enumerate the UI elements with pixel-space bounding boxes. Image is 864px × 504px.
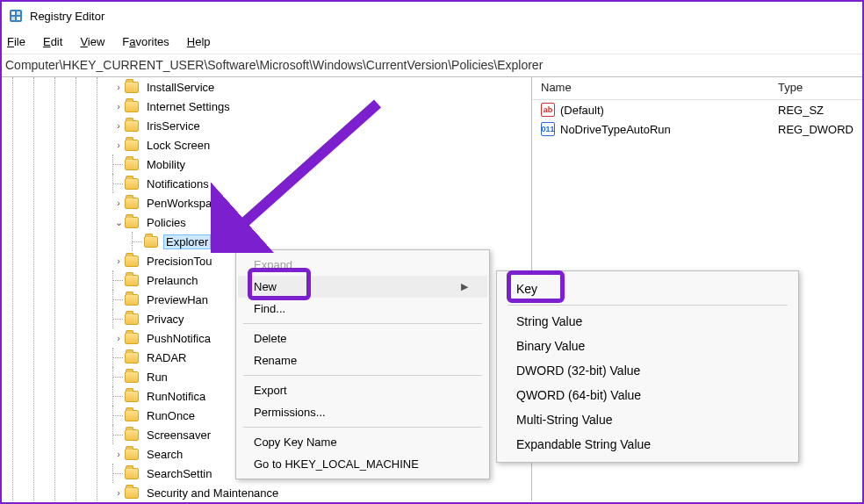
- chevron-down-icon[interactable]: ⌄: [112, 217, 125, 228]
- menu-edit[interactable]: Edit: [41, 33, 64, 50]
- submenu-string-value[interactable]: String Value: [499, 309, 796, 334]
- tree-item-label: Privacy: [144, 312, 187, 327]
- list-row[interactable]: ab(Default)REG_SZ: [532, 100, 862, 119]
- folder-icon: [125, 101, 139, 112]
- tree-connector: [112, 367, 125, 386]
- menu-separator: [243, 375, 482, 376]
- tree-item-policies[interactable]: ⌄Policies: [112, 212, 531, 232]
- list-row[interactable]: 011NoDriveTypeAutoRunREG_DWORD: [532, 119, 862, 139]
- submenu-binary-value[interactable]: Binary Value: [499, 334, 796, 358]
- menu-rename[interactable]: Rename: [238, 349, 487, 371]
- folder-icon: [125, 487, 139, 499]
- address-bar[interactable]: Computer\HKEY_CURRENT_USER\Software\Micr…: [2, 54, 862, 77]
- folder-icon: [125, 333, 139, 344]
- menu-help[interactable]: Help: [185, 33, 212, 50]
- tree-item-installservice[interactable]: ›InstallService: [112, 77, 531, 97]
- tree-item-irisservice[interactable]: ›IrisService: [112, 116, 531, 135]
- folder-icon: [125, 256, 139, 267]
- menu-file[interactable]: File: [5, 33, 27, 50]
- window-title: Registry Editor: [30, 10, 104, 23]
- submenu-qword-64-bit-value[interactable]: QWORD (64-bit) Value: [499, 383, 796, 407]
- menu-delete[interactable]: Delete: [238, 328, 487, 349]
- tree-connector: [132, 232, 144, 251]
- folder-icon: [144, 236, 158, 248]
- new-submenu[interactable]: KeyString ValueBinary ValueDWORD (32-bit…: [496, 270, 799, 463]
- tree-item-explorer[interactable]: Explorer: [112, 232, 531, 251]
- svg-rect-1: [11, 11, 15, 15]
- folder-icon: [125, 120, 139, 132]
- context-menu[interactable]: ExpandNew▶Find...DeleteRenameExportPermi…: [235, 249, 490, 479]
- folder-icon: [125, 449, 139, 460]
- tree-item-label: Internet Settings: [144, 99, 233, 114]
- svg-rect-3: [11, 17, 15, 20]
- menu-expand: Expand: [238, 254, 487, 276]
- menu-permissions[interactable]: Permissions...: [238, 401, 487, 423]
- tree-item-mobility[interactable]: Mobility: [112, 155, 531, 174]
- tree-connector: [112, 270, 125, 290]
- submenu-expandable-string-value[interactable]: Expandable String Value: [499, 432, 796, 457]
- folder-icon: [125, 410, 139, 421]
- tree-item-notifications[interactable]: Notifications: [112, 174, 531, 193]
- menu-separator: [243, 427, 482, 428]
- chevron-right-icon[interactable]: ›: [112, 120, 125, 131]
- menu-go-to-hkey-local-machine[interactable]: Go to HKEY_LOCAL_MACHINE: [238, 453, 487, 475]
- chevron-right-icon[interactable]: ›: [112, 487, 125, 498]
- folder-icon: [125, 198, 139, 209]
- list-header: Name Type: [532, 77, 862, 100]
- chevron-right-icon[interactable]: ›: [112, 256, 125, 266]
- menu-export[interactable]: Export: [238, 379, 487, 401]
- menu-copy-key-name[interactable]: Copy Key Name: [238, 431, 487, 453]
- menu-separator: [508, 305, 788, 306]
- tree-item-label: Screensaver: [144, 428, 213, 443]
- tree-connector: [112, 290, 125, 309]
- folder-icon: [125, 159, 139, 170]
- tree-item-label: Prelaunch: [144, 273, 201, 288]
- folder-icon: [125, 468, 139, 479]
- chevron-right-icon[interactable]: ›: [112, 198, 125, 208]
- folder-icon: [125, 217, 139, 228]
- tree-item-label: InstallService: [144, 80, 217, 95]
- tree-item-label: Run: [144, 370, 170, 385]
- tree-item-label: PenWorkspace: [144, 196, 227, 211]
- tree-item-label: Search: [144, 447, 185, 462]
- tree-connector: [112, 155, 125, 174]
- tree-item-lock-screen[interactable]: ›Lock Screen: [112, 135, 531, 155]
- chevron-right-icon[interactable]: ›: [112, 333, 125, 343]
- submenu-key[interactable]: Key: [499, 277, 796, 301]
- tree-item-label: IrisService: [144, 119, 203, 133]
- chevron-right-icon[interactable]: ›: [112, 101, 125, 112]
- svg-rect-2: [17, 11, 20, 15]
- menu-favorites[interactable]: Favorites: [120, 33, 170, 50]
- submenu-multi-string-value[interactable]: Multi-String Value: [499, 407, 796, 432]
- chevron-right-icon: ▶: [461, 281, 468, 292]
- col-name[interactable]: Name: [532, 81, 769, 94]
- folder-icon: [125, 178, 139, 190]
- menu-separator: [243, 323, 482, 324]
- tree-item-penworkspace[interactable]: ›PenWorkspace: [112, 193, 531, 212]
- menu-new[interactable]: New▶: [238, 276, 487, 298]
- folder-icon: [125, 391, 139, 402]
- value-type: REG_DWORD: [769, 123, 862, 136]
- menu-find[interactable]: Find...: [238, 298, 487, 320]
- tree-item-label: SearchSettin: [144, 466, 214, 481]
- folder-icon: [125, 352, 139, 364]
- tree-connector: [112, 174, 125, 193]
- regedit-icon: [9, 9, 23, 23]
- chevron-right-icon[interactable]: ›: [112, 140, 125, 150]
- tree-item-label: Notifications: [144, 176, 212, 191]
- chevron-right-icon[interactable]: ›: [112, 449, 125, 459]
- tree-item-label: PushNotifica: [144, 331, 213, 346]
- tree-item-label: RunOnce: [144, 408, 198, 423]
- tree-item-label: Lock Screen: [144, 138, 212, 153]
- col-type[interactable]: Type: [769, 81, 862, 94]
- submenu-dword-32-bit-value[interactable]: DWORD (32-bit) Value: [499, 358, 796, 383]
- tree-item-label: Mobility: [144, 157, 188, 172]
- svg-rect-4: [17, 17, 20, 20]
- menu-view[interactable]: View: [78, 33, 106, 50]
- tree-item-security-and-maintenance[interactable]: ›Security and Maintenance: [112, 483, 531, 500]
- tree-connector: [112, 425, 125, 444]
- tree-item-internet-settings[interactable]: ›Internet Settings: [112, 97, 531, 116]
- titlebar: Registry Editor: [2, 2, 862, 30]
- folder-icon: [125, 294, 139, 306]
- chevron-right-icon[interactable]: ›: [112, 82, 125, 92]
